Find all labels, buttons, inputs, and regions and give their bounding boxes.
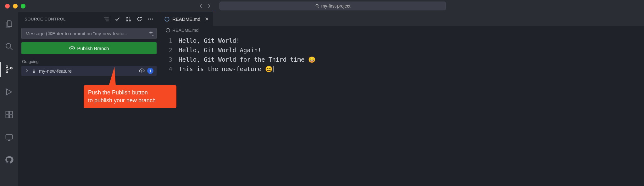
source-control-icon [5, 65, 14, 74]
activity-source-control[interactable] [0, 62, 18, 77]
editor-tab-label: README.md [172, 16, 200, 22]
svg-rect-10 [6, 135, 13, 139]
sparkle-icon [148, 30, 154, 37]
activity-extensions[interactable] [0, 107, 18, 122]
titlebar: my-first-project [0, 0, 644, 12]
search-text: my-first-project [321, 3, 351, 8]
view-as-tree-button[interactable] [103, 16, 109, 22]
svg-point-13 [129, 20, 130, 21]
info-file-icon [165, 28, 170, 33]
branch-name: my-new-feature [39, 68, 72, 74]
panel-title: SOURCE CONTROL [25, 17, 66, 21]
code-lines: Hello, Git World! Hello, Git World Again… [179, 36, 644, 186]
callout-line: Push the Publish button [88, 89, 172, 97]
commit-message-input[interactable] [21, 28, 157, 39]
breadcrumb-label: README.md [172, 28, 198, 33]
code-area[interactable]: 1 2 3 4 Hello, Git World! Hello, Git Wor… [160, 35, 644, 186]
activity-search[interactable] [0, 39, 18, 54]
files-icon [5, 20, 14, 28]
window-maximize-button[interactable] [21, 4, 25, 8]
svg-rect-6 [6, 111, 9, 114]
command-center-search[interactable]: my-first-project [219, 2, 446, 10]
activity-run-debug[interactable] [0, 84, 18, 99]
svg-point-11 [126, 17, 128, 18]
svg-point-0 [316, 4, 318, 7]
svg-point-5 [6, 94, 8, 95]
svg-point-3 [6, 71, 8, 73]
source-control-panel: SOURCE CONTROL Publish Branch [18, 12, 160, 186]
cloud-publish-icon[interactable] [139, 68, 145, 74]
svg-point-1 [6, 43, 11, 48]
commit-input-row [21, 28, 157, 39]
traffic-lights [5, 4, 25, 8]
github-icon [5, 155, 14, 164]
svg-point-12 [126, 20, 128, 21]
code-line: Hello, Git World! [179, 36, 644, 45]
svg-rect-7 [9, 111, 12, 114]
editor-tabs: README.md ✕ [160, 12, 644, 26]
editor-tab-readme[interactable]: README.md ✕ [160, 12, 213, 26]
svg-point-14 [148, 18, 149, 19]
callout-line: to publish your new branch [88, 97, 172, 104]
panel-header: SOURCE CONTROL [18, 12, 160, 26]
svg-rect-9 [9, 115, 12, 118]
create-pr-button[interactable] [125, 16, 131, 22]
search-icon [5, 42, 14, 51]
line-number: 2 [160, 45, 172, 55]
text-cursor [273, 66, 274, 72]
activity-remote[interactable] [0, 130, 18, 145]
editor-area: README.md ✕ README.md 1 2 3 4 Hello, Git… [160, 12, 644, 186]
panel-actions [103, 16, 153, 22]
svg-point-15 [150, 18, 151, 19]
activity-github[interactable] [0, 152, 18, 167]
svg-point-17 [33, 71, 35, 73]
nav-back-button[interactable] [198, 3, 204, 9]
branch-upload-icon [31, 68, 36, 73]
tab-close-button[interactable]: ✕ [203, 16, 209, 22]
cloud-upload-icon [69, 45, 75, 51]
refresh-button[interactable] [136, 16, 142, 22]
nav-forward-button[interactable] [206, 3, 212, 9]
extensions-icon [5, 110, 14, 119]
outgoing-count-badge: 1 [147, 68, 153, 74]
commit-button[interactable] [114, 16, 120, 22]
more-actions-button[interactable] [147, 16, 153, 22]
info-file-icon [164, 16, 170, 22]
generate-commit-message-button[interactable] [148, 30, 154, 37]
search-icon [315, 4, 319, 8]
line-number: 3 [160, 55, 172, 64]
window-minimize-button[interactable] [13, 4, 18, 8]
svg-point-2 [6, 66, 8, 68]
line-number: 4 [160, 64, 172, 74]
run-debug-icon [5, 87, 14, 96]
window-close-button[interactable] [5, 4, 10, 8]
chevron-right-icon [25, 69, 29, 73]
outgoing-branch-row[interactable]: my-new-feature 1 [21, 66, 157, 76]
annotation-callout: Push the Publish button to publish your … [84, 85, 176, 108]
breadcrumb[interactable]: README.md [160, 26, 644, 35]
code-line: Hello, Git World Again! [179, 45, 644, 55]
line-number-gutter: 1 2 3 4 [160, 36, 179, 186]
svg-rect-8 [6, 115, 9, 118]
code-line: Hello, Git World for the Third time 😄 [179, 55, 644, 64]
svg-point-16 [152, 18, 153, 19]
publish-branch-button[interactable]: Publish Branch [21, 42, 157, 54]
line-number: 1 [160, 36, 172, 45]
nav-arrows [198, 3, 212, 9]
publish-branch-label: Publish Branch [77, 46, 109, 51]
remote-explorer-icon [5, 133, 14, 142]
activity-bar [0, 12, 18, 186]
code-line: This is the new-feature 😄 [179, 64, 644, 74]
activity-explorer[interactable] [0, 16, 18, 31]
outgoing-section-label: Outgoing [18, 57, 160, 66]
